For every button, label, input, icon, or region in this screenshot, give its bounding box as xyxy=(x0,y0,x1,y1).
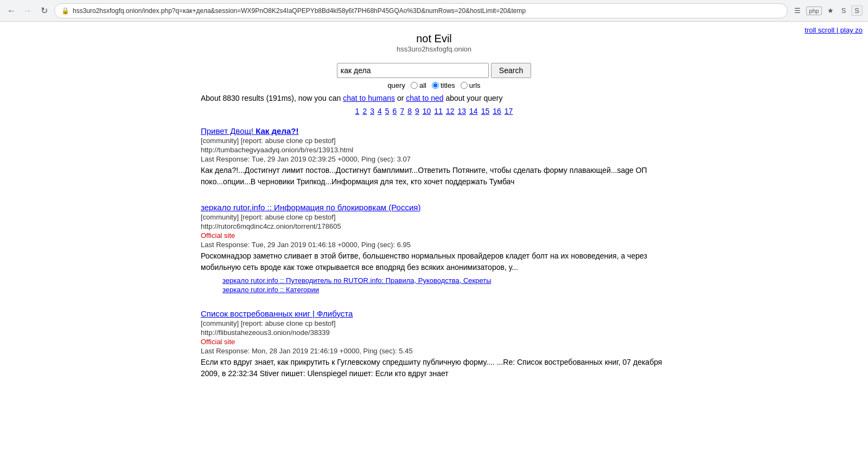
star-button[interactable]: ★ xyxy=(825,5,836,16)
result-title-link[interactable]: зеркало rutor.info :: Информация по блок… xyxy=(201,203,420,212)
results-container: Привет Двощ! Как дела?![community] [repo… xyxy=(201,126,667,379)
browser-actions: ☰ php ★ S S xyxy=(792,5,863,16)
radio-titles[interactable] xyxy=(432,82,439,89)
pagination: 1 2 3 4 5 6 7 8 9 10 11 12 13 14 15 16 1… xyxy=(201,107,667,115)
sync-icon[interactable]: S xyxy=(839,5,848,16)
result-meta: [community] [report: abuse clone cp best… xyxy=(201,137,667,145)
results-summary: About 8830 results (191ms), now you can xyxy=(201,94,341,102)
results-info: About 8830 results (191ms), now you can … xyxy=(201,94,667,102)
site-title: not Evil xyxy=(201,33,667,45)
reload-button[interactable]: ↻ xyxy=(38,5,50,17)
result-item: зеркало rutor.info :: Информация по блок… xyxy=(201,203,667,294)
result-official: Official site xyxy=(201,338,667,346)
radio-all[interactable] xyxy=(411,82,418,89)
result-title-link[interactable]: Список востребованных книг | Флибуста xyxy=(201,309,353,318)
php-icon[interactable]: php xyxy=(806,7,821,15)
troll-scroll-link[interactable]: troll scroll | play zo xyxy=(805,26,863,34)
search-button[interactable]: Search xyxy=(491,63,531,78)
page-link-12[interactable]: 12 xyxy=(446,107,455,115)
result-official: Official site xyxy=(201,231,667,240)
or-text: or xyxy=(397,94,404,102)
page-link-1[interactable]: 1 xyxy=(355,107,360,115)
forward-button[interactable]: → xyxy=(22,5,34,17)
page-link-5[interactable]: 5 xyxy=(385,107,390,115)
page-link-4[interactable]: 4 xyxy=(378,107,382,115)
result-title[interactable]: Привет Двощ! Как дела?! xyxy=(201,126,667,136)
url-text: hss3uro2hsxfogfq.onion/index.php?q=как+д… xyxy=(73,7,781,15)
address-bar: 🔒 hss3uro2hsxfogfq.onion/index.php?q=как… xyxy=(54,3,788,18)
query-label: query xyxy=(387,81,405,89)
page-content: not Evil hss3uro2hsxfogfq.onion Search q… xyxy=(190,22,678,405)
profile-icon[interactable]: S xyxy=(851,5,863,16)
lock-icon: 🔒 xyxy=(61,7,69,15)
result-ping: Last Response: Tue, 29 Jan 2019 01:46:18… xyxy=(201,241,667,249)
result-ping: Last Response: Tue, 29 Jan 2019 02:39:25… xyxy=(201,155,667,163)
site-domain: hss3uro2hsxfogfq.onion xyxy=(201,45,667,53)
result-item: Привет Двощ! Как дела?![community] [repo… xyxy=(201,126,667,188)
page-link-10[interactable]: 10 xyxy=(423,107,431,115)
result-url: http://tumbachegvyaadyq.onion/b/res/1391… xyxy=(201,146,667,154)
page-link-17[interactable]: 17 xyxy=(505,107,513,115)
search-container: Search query all titles urls xyxy=(201,63,667,89)
page-link-9[interactable]: 9 xyxy=(415,107,419,115)
result-meta: [community] [report: abuse clone cp best… xyxy=(201,319,667,327)
search-input[interactable] xyxy=(337,63,489,78)
page-link-2[interactable]: 2 xyxy=(362,107,367,115)
option-titles-label[interactable]: titles xyxy=(432,81,455,89)
result-title-link[interactable]: Привет Двощ! Как дела?! xyxy=(201,126,298,136)
sublink[interactable]: зеркало rutor.info :: Категории xyxy=(222,286,667,294)
page-link-15[interactable]: 15 xyxy=(481,107,490,115)
page-link-7[interactable]: 7 xyxy=(400,107,404,115)
page-link-11[interactable]: 11 xyxy=(434,107,443,115)
back-button[interactable]: ← xyxy=(5,5,17,17)
search-options: query all titles urls xyxy=(201,81,667,89)
option-urls-label[interactable]: urls xyxy=(461,81,481,89)
browser-chrome: ← → ↻ 🔒 hss3uro2hsxfogfq.onion/index.php… xyxy=(0,0,868,22)
sublink[interactable]: зеркало rutor.info :: Путеводитель по RU… xyxy=(222,276,667,285)
result-url: http://rutorc6mqdinc4cz.onion/torrent/17… xyxy=(201,222,667,230)
chat-humans-link[interactable]: chat to humans xyxy=(343,94,395,102)
result-url: http://flibustahezeous3.onion/node/38339 xyxy=(201,328,667,337)
result-item: Список востребованных книг | Флибуста[co… xyxy=(201,309,667,379)
extensions-button[interactable]: ☰ xyxy=(792,5,803,16)
page-link-13[interactable]: 13 xyxy=(458,107,467,115)
about-text: about your query xyxy=(445,94,502,102)
radio-urls[interactable] xyxy=(461,82,468,89)
result-snippet: Если кто вдруг знает, как прикрутить к Г… xyxy=(201,357,667,379)
result-snippet: Как дела?!...Достигнут лимит постов...До… xyxy=(201,165,667,188)
site-header: not Evil hss3uro2hsxfogfq.onion xyxy=(201,33,667,53)
chat-ned-link[interactable]: chat to ned xyxy=(406,94,443,102)
search-row: Search xyxy=(201,63,667,78)
page-link-6[interactable]: 6 xyxy=(393,107,397,115)
page-link-3[interactable]: 3 xyxy=(370,107,374,115)
result-sublinks: зеркало rutor.info :: Путеводитель по RU… xyxy=(201,276,667,294)
page-link-8[interactable]: 8 xyxy=(407,107,412,115)
result-meta: [community] [report: abuse clone cp best… xyxy=(201,213,667,221)
result-title[interactable]: зеркало rutor.info :: Информация по блок… xyxy=(201,203,667,212)
option-all-label[interactable]: all xyxy=(411,81,426,89)
result-title[interactable]: Список востребованных книг | Флибуста xyxy=(201,309,667,318)
result-ping: Last Response: Mon, 28 Jan 2019 21:46:19… xyxy=(201,347,667,355)
page-link-14[interactable]: 14 xyxy=(469,107,478,115)
result-snippet: Роскомнадзор заметно сливает в этой битв… xyxy=(201,250,667,273)
top-right-links: troll scroll | play zo xyxy=(805,26,863,34)
page-link-16[interactable]: 16 xyxy=(493,107,501,115)
